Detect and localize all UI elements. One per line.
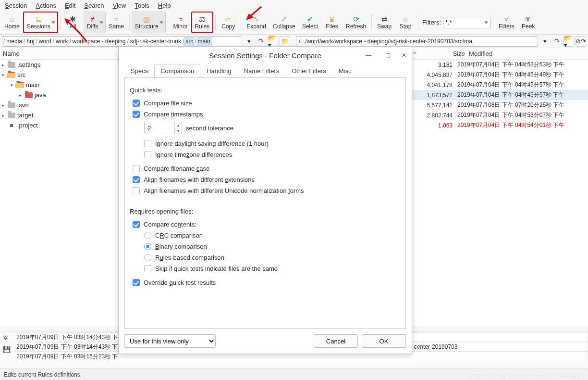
ok-button[interactable]: OK (362, 334, 406, 348)
binary-label: Binary comparison (155, 243, 207, 250)
compare-ts-label: Compare timestamps (144, 111, 203, 118)
left-path-input[interactable]: /media/hnj/word/work/workspace - deeping… (2, 36, 242, 47)
twisty-icon[interactable]: ▸ (2, 113, 7, 118)
tolerance-spinner[interactable]: ▲▼ (144, 122, 182, 134)
compare-size-check[interactable]: Compare file size (130, 98, 401, 109)
file-icon (8, 122, 15, 129)
col-size[interactable]: Size (422, 50, 465, 57)
skip-check[interactable]: Skip if quick tests indicate files are t… (130, 263, 401, 274)
settings-icon[interactable]: ✲ (3, 334, 12, 343)
checkbox-icon (144, 140, 151, 147)
structure-button[interactable]: ▥Structure (132, 12, 166, 33)
left-tree[interactable]: ▸.settings▾src▾main▸java▸.svn▸target▸.pr… (0, 60, 118, 326)
compare-contents-check[interactable]: Compare contents: (130, 219, 401, 230)
menu-search[interactable]: Search (82, 1, 109, 10)
menu-tools[interactable]: Tools (133, 1, 154, 10)
tab-comparison[interactable]: Comparison (154, 64, 200, 78)
align-unicode-check[interactable]: Align filenames with different Unicode n… (130, 185, 401, 196)
binary-radio[interactable]: Binary comparison (130, 241, 401, 252)
refresh-button[interactable]: ⟳Refresh (343, 12, 369, 33)
right-next[interactable]: ⊘↷ (576, 36, 586, 47)
copy-button[interactable]: ⇦Copy (218, 12, 239, 33)
left-browse[interactable]: 📂▾ (268, 36, 278, 47)
spinner-down[interactable]: ▼ (175, 128, 182, 134)
twisty-icon[interactable]: ▸ (2, 103, 7, 108)
tree-row[interactable]: ▸target (0, 110, 118, 120)
tab-handling[interactable]: Handling (200, 64, 237, 78)
override-check[interactable]: Override quick test results (130, 277, 401, 288)
tab-specs[interactable]: Specs (124, 64, 154, 78)
tolerance-input[interactable] (145, 122, 174, 134)
sort-indicator[interactable]: ^ (413, 50, 419, 57)
tree-row[interactable]: ▾main (0, 80, 118, 90)
spinner-up[interactable]: ▲ (175, 122, 182, 128)
twisty-icon[interactable]: ▸ (2, 63, 7, 67)
tree-row[interactable]: ▾src (0, 70, 118, 80)
asterisk-icon: ✱ (69, 15, 77, 24)
rules-label: Rules-based comparison (155, 254, 224, 261)
swap-button[interactable]: ⇄Swap (374, 12, 395, 33)
stop-button[interactable]: ⦸Stop (395, 12, 416, 33)
rules-button[interactable]: ⚖Rules (191, 12, 214, 33)
col-modified[interactable]: Modified (465, 50, 585, 57)
close-icon[interactable]: ✕ (399, 51, 409, 60)
select-button[interactable]: ✔Select (299, 12, 321, 33)
save-icon[interactable]: 💾 (3, 346, 12, 355)
left-path-refresh[interactable]: ↷ (256, 36, 266, 47)
rules-radio[interactable]: Rules-based comparison (130, 252, 401, 263)
maximize-icon[interactable]: ▢ (383, 51, 392, 60)
expand-button[interactable]: ⤡Expand (243, 12, 270, 33)
files-button[interactable]: 🗎Files (321, 12, 343, 33)
sessions-button[interactable]: 🗂Sessions (23, 12, 58, 33)
tree-row[interactable]: ▸java (0, 90, 118, 100)
right-browse[interactable]: 📂▾ (564, 36, 574, 47)
separator (129, 14, 130, 30)
tree-row[interactable]: ▸.project (0, 120, 118, 130)
tree-row[interactable]: ▸.settings (0, 60, 118, 70)
collapse-button[interactable]: ⤢Collapse (270, 12, 299, 33)
tolerance-label: second tolerance (186, 125, 233, 132)
peek-button[interactable]: 👁Peek (518, 12, 539, 33)
refresh-label: Refresh (346, 24, 366, 30)
left-new[interactable]: 📁 (280, 36, 290, 47)
filters-input[interactable] (443, 17, 491, 28)
dialog-titlebar[interactable]: Session Settings - Folder Compare — ▢ ✕ (119, 47, 412, 64)
right-path-input[interactable]: /.../word/work/workspace - deeping/sdj-r… (296, 36, 538, 47)
minimize-icon[interactable]: — (364, 51, 373, 60)
tab-name-filters[interactable]: Name Filters (238, 64, 286, 78)
tab-misc[interactable]: Misc (332, 64, 358, 78)
cancel-button[interactable]: Cancel (314, 334, 358, 348)
use-for-select[interactable]: Use for this view only (124, 334, 216, 348)
menu-session[interactable]: Session (3, 1, 32, 10)
tab-other-filters[interactable]: Other Filters (285, 64, 332, 78)
override-label: Override quick test results (144, 279, 216, 286)
compare-case-check[interactable]: Compare filename case (130, 163, 401, 174)
home-button[interactable]: ⌂Home (1, 12, 23, 33)
menu-help[interactable]: Help (156, 1, 176, 10)
menu-view[interactable]: View (111, 1, 131, 10)
menu-actions[interactable]: Actions (34, 1, 61, 10)
right-path-refresh[interactable]: ↷ (551, 36, 562, 47)
tree-row[interactable]: ▸.svn (0, 100, 118, 110)
crc-radio[interactable]: CRC comparison (130, 230, 401, 241)
ignore-dst-check[interactable]: Ignore daylight saving difference (1 hou… (130, 138, 401, 149)
menu-edit[interactable]: Edit (63, 1, 80, 10)
filters-button[interactable]: ▿Filters (495, 12, 518, 33)
all-button[interactable]: ✱All (62, 12, 84, 33)
diffs-button[interactable]: ≠Diffs (84, 12, 106, 33)
size-cell: 5,577,141 (412, 102, 455, 109)
dialog-body: Quick tests: Compare file size Compare t… (124, 77, 406, 329)
minor-button[interactable]: ≈Minor (170, 12, 191, 33)
swap-icon: ⇄ (380, 15, 389, 24)
compare-timestamps-check[interactable]: Compare timestamps (130, 109, 401, 120)
same-button[interactable]: =Same (106, 12, 127, 33)
separator (168, 14, 168, 30)
left-path-history[interactable]: ▾ (244, 36, 254, 47)
ignore-tz-check[interactable]: Ignore timezone differences (130, 149, 401, 160)
twisty-icon[interactable]: ▸ (19, 93, 24, 98)
align-ext-check[interactable]: Align filenames with different extension… (130, 174, 401, 185)
ignore-tz-label: Ignore timezone differences (155, 151, 232, 158)
right-path-history[interactable]: ▾ (539, 36, 550, 47)
expand-label: Expand (246, 24, 266, 30)
tree-label: src (17, 71, 25, 78)
